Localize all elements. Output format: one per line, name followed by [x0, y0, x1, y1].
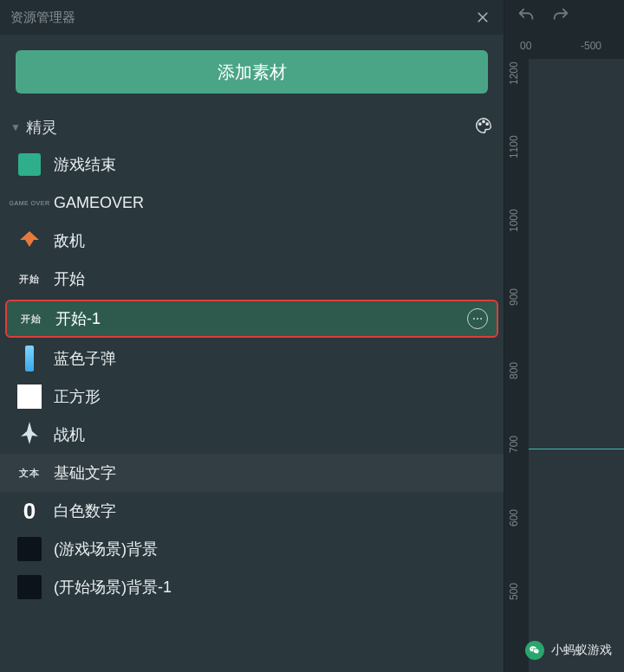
asset-label: 战机: [54, 424, 495, 445]
svg-point-5: [480, 318, 482, 320]
redo-icon: [551, 6, 570, 25]
asset-label: 敌机: [54, 230, 495, 251]
asset-label: 蓝色子弹: [54, 348, 495, 369]
ruler-tick: 1000: [508, 209, 520, 232]
wechat-icon: [525, 641, 544, 660]
asset-item[interactable]: 正方形: [0, 378, 504, 416]
more-button[interactable]: [467, 308, 488, 329]
group-label: 精灵: [26, 117, 474, 138]
panel-header: 资源管理器: [0, 0, 504, 35]
ruler-tick: 500: [508, 583, 520, 600]
ruler-tick: 1200: [508, 61, 520, 85]
ruler-tick: 900: [508, 288, 520, 306]
resource-panel: 资源管理器 添加素材 ▼ 精灵 游戏结束GAME OVERGAMEOVER敌机开…: [0, 0, 504, 672]
undo-icon: [517, 6, 536, 25]
guide-line-horizontal[interactable]: [529, 449, 624, 449]
svg-point-3: [473, 318, 475, 320]
asset-item[interactable]: 开始开始: [0, 260, 504, 298]
asset-thumbnail: [16, 535, 43, 563]
asset-label: (开始场景)背景-1: [54, 577, 495, 598]
ruler-tick: 800: [508, 362, 520, 379]
undo-button[interactable]: [517, 6, 536, 29]
palette-icon[interactable]: [474, 116, 493, 139]
asset-thumbnail: [16, 227, 43, 255]
asset-item[interactable]: GAME OVERGAMEOVER: [0, 184, 504, 222]
ruler-tick: 600: [508, 509, 520, 527]
asset-item[interactable]: 开始开始-1: [5, 300, 498, 338]
asset-thumbnail: [16, 345, 43, 372]
svg-point-4: [477, 318, 478, 320]
ruler-tick: 00: [520, 40, 531, 52]
asset-item[interactable]: 文本基础文字: [0, 454, 504, 492]
watermark: 小蚂蚁游戏: [525, 641, 612, 660]
ruler-horizontal: 00-500: [504, 35, 624, 59]
stage-area: 00-500 120011001000900800700600500: [504, 0, 624, 672]
close-icon: [475, 10, 491, 25]
asset-label: 开始: [54, 268, 495, 289]
asset-label: 游戏结束: [54, 154, 495, 175]
asset-thumbnail: [16, 421, 43, 449]
asset-label: 白色数字: [54, 501, 495, 521]
asset-thumbnail: 开始: [17, 305, 45, 333]
asset-item[interactable]: 敌机: [0, 222, 504, 260]
asset-thumbnail: 开始: [16, 265, 43, 293]
asset-thumbnail: [16, 573, 43, 601]
asset-item[interactable]: (开始场景)背景-1: [0, 568, 504, 606]
canvas[interactable]: [529, 59, 624, 672]
ruler-vertical: 120011001000900800700600500: [504, 59, 529, 672]
asset-thumbnail: [16, 151, 43, 178]
ruler-tick: 1100: [508, 135, 520, 158]
ruler-tick: -500: [581, 40, 601, 52]
panel-title: 资源管理器: [10, 10, 75, 26]
asset-item[interactable]: (游戏场景)背景: [0, 530, 504, 568]
asset-item[interactable]: 战机: [0, 416, 504, 454]
asset-thumbnail: 文本: [16, 459, 43, 487]
svg-point-0: [479, 123, 481, 125]
collapse-icon: ▼: [10, 121, 21, 133]
asset-label: 基础文字: [54, 462, 495, 483]
watermark-label: 小蚂蚁游戏: [551, 643, 612, 658]
asset-item[interactable]: 蓝色子弹: [0, 339, 504, 378]
svg-point-2: [486, 123, 488, 125]
asset-label: 开始-1: [55, 308, 467, 329]
asset-label: GAMEOVER: [54, 194, 495, 212]
asset-thumbnail: [16, 383, 43, 410]
asset-thumbnail: GAME OVER: [16, 189, 43, 216]
ruler-tick: 700: [508, 436, 520, 453]
add-asset-button[interactable]: 添加素材: [16, 50, 488, 94]
asset-tree: ▼ 精灵 游戏结束GAME OVERGAMEOVER敌机开始开始开始开始-1蓝色…: [0, 109, 504, 672]
svg-point-1: [483, 120, 484, 122]
close-button[interactable]: [472, 7, 493, 28]
asset-label: (游戏场景)背景: [54, 539, 495, 559]
stage-toolbar: [504, 0, 624, 35]
group-header-sprites[interactable]: ▼ 精灵: [0, 109, 504, 145]
ellipsis-icon: [471, 313, 484, 325]
asset-label: 正方形: [54, 386, 495, 407]
redo-button[interactable]: [551, 6, 570, 29]
asset-item[interactable]: 0白色数字: [0, 492, 504, 530]
asset-item[interactable]: 游戏结束: [0, 145, 504, 184]
asset-thumbnail: 0: [16, 497, 43, 525]
